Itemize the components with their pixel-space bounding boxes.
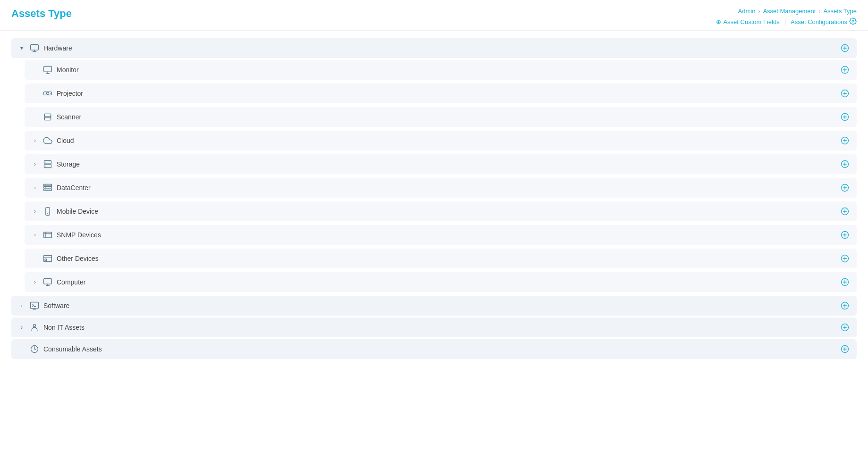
add-consumable-button[interactable] — [840, 344, 850, 354]
chevron-hardware: ▾ — [18, 44, 25, 52]
tree-row-left-datacenter: › DataCenter — [31, 183, 91, 193]
chevron-cloud: › — [31, 137, 39, 144]
page-title: Assets Type — [11, 8, 72, 20]
consumable-icon — [29, 344, 40, 354]
svg-rect-1 — [31, 45, 39, 50]
svg-point-0 — [852, 20, 854, 22]
tree-row-mobile[interactable]: › Mobile Device — [25, 201, 857, 221]
tree-row-cloud[interactable]: › Cloud — [25, 131, 857, 150]
add-scanner-button[interactable] — [840, 112, 850, 122]
projector-label: Projector — [57, 90, 83, 97]
chevron-computer: › — [31, 278, 39, 286]
svg-rect-5 — [44, 67, 52, 72]
page-header: Assets Type Admin › Asset Management › A… — [0, 0, 868, 31]
breadcrumb-sep-1: › — [758, 8, 760, 15]
svg-point-9 — [47, 92, 49, 95]
non-it-label: Non IT Assets — [43, 324, 84, 331]
tree-item-snmp: › SNMP Devices — [25, 225, 857, 245]
add-software-button[interactable] — [840, 300, 850, 311]
chevron-mobile: › — [31, 208, 39, 215]
tree-row-scanner[interactable]: Scanner — [25, 107, 857, 127]
svg-rect-44 — [44, 232, 52, 238]
mobile-icon — [42, 206, 53, 217]
scanner-label: Scanner — [57, 113, 81, 121]
chevron-snmp: › — [31, 231, 39, 239]
add-computer-button[interactable] — [840, 277, 850, 287]
tree-item-cloud: › Cloud — [25, 131, 857, 150]
breadcrumb: Admin › Asset Management › Assets Type — [738, 8, 857, 15]
svg-rect-52 — [45, 259, 46, 260]
svg-rect-15 — [44, 114, 51, 120]
add-datacenter-button[interactable] — [840, 183, 850, 193]
snmp-label: SNMP Devices — [57, 231, 101, 239]
chevron-storage: › — [31, 160, 39, 168]
action-divider: | — [784, 18, 786, 25]
monitor-icon — [42, 65, 53, 75]
hardware-label: Hardware — [43, 44, 72, 52]
hardware-icon — [29, 43, 40, 53]
add-cloud-button[interactable] — [840, 135, 850, 146]
header-right: Admin › Asset Management › Assets Type ⊕… — [716, 8, 857, 26]
svg-rect-32 — [44, 187, 52, 188]
software-label: Software — [43, 302, 69, 309]
hardware-children: Monitor Projector — [25, 60, 857, 294]
tree-row-snmp[interactable]: › SNMP Devices — [25, 225, 857, 245]
mobile-label: Mobile Device — [57, 208, 98, 215]
svg-rect-25 — [44, 165, 51, 168]
chevron-software: › — [18, 302, 25, 309]
tree-row-left-consumable: Consumable Assets — [18, 344, 102, 354]
add-mobile-button[interactable] — [840, 206, 850, 217]
asset-custom-fields-link[interactable]: ⊕ Asset Custom Fields — [716, 18, 779, 25]
tree-row-datacenter[interactable]: › DataCenter — [25, 178, 857, 198]
tree-item-consumable: Consumable Assets — [11, 339, 857, 359]
asset-custom-fields-label: Asset Custom Fields — [723, 18, 779, 25]
add-other-devices-button[interactable] — [840, 253, 850, 264]
cloud-icon — [42, 135, 53, 146]
tree-row-consumable[interactable]: Consumable Assets — [11, 339, 857, 359]
scanner-icon — [42, 112, 53, 122]
chevron-datacenter: › — [31, 184, 39, 192]
tree-row-left-projector: Projector — [31, 88, 83, 99]
computer-label: Computer — [57, 278, 85, 286]
tree-row-hardware[interactable]: ▾ Hardware — [11, 38, 857, 58]
monitor-label: Monitor — [57, 66, 79, 74]
tree-row-left-storage: › Storage — [31, 159, 80, 169]
storage-label: Storage — [57, 160, 80, 168]
add-hardware-button[interactable] — [840, 43, 850, 53]
tree-row-projector[interactable]: Projector — [25, 83, 857, 103]
add-snmp-button[interactable] — [840, 230, 850, 240]
breadcrumb-asset-mgmt[interactable]: Asset Management — [763, 8, 816, 15]
asset-configurations-link[interactable]: Asset Configurations — [791, 17, 857, 26]
tree-row-left-mobile: › Mobile Device — [31, 206, 98, 217]
storage-icon — [42, 159, 53, 169]
svg-point-11 — [50, 93, 51, 94]
tree-row-left-snmp: › SNMP Devices — [31, 230, 101, 240]
tree-row-left-non-it: › Non IT Assets — [18, 322, 84, 333]
tree-item-storage: › Storage — [25, 154, 857, 174]
svg-rect-60 — [31, 302, 39, 309]
non-it-icon — [29, 322, 40, 333]
software-icon — [29, 300, 40, 311]
header-actions: ⊕ Asset Custom Fields | Asset Configurat… — [716, 17, 857, 26]
datacenter-icon — [42, 183, 53, 193]
snmp-icon — [42, 230, 53, 240]
tree-row-software[interactable]: › Software — [11, 296, 857, 316]
tree-item-software: › Software — [11, 296, 857, 316]
tree-item-computer: › Computer — [25, 272, 857, 292]
add-storage-button[interactable] — [840, 159, 850, 169]
add-non-it-button[interactable] — [840, 322, 850, 333]
tree-row-monitor[interactable]: Monitor — [25, 60, 857, 80]
tree-row-other-devices[interactable]: Other Devices — [25, 249, 857, 268]
add-monitor-button[interactable] — [840, 65, 850, 75]
breadcrumb-admin[interactable]: Admin — [738, 8, 756, 15]
svg-rect-40 — [46, 208, 50, 216]
svg-rect-31 — [44, 184, 52, 186]
tree-row-computer[interactable]: › Computer — [25, 272, 857, 292]
tree-row-left-scanner: Scanner — [31, 112, 81, 122]
svg-rect-24 — [44, 161, 51, 164]
add-projector-button[interactable] — [840, 88, 850, 99]
tree-row-storage[interactable]: › Storage — [25, 154, 857, 174]
main-content: ▾ Hardware Monitor — [0, 31, 868, 368]
tree-row-non-it[interactable]: › Non IT Assets — [11, 317, 857, 337]
svg-rect-56 — [44, 279, 52, 284]
